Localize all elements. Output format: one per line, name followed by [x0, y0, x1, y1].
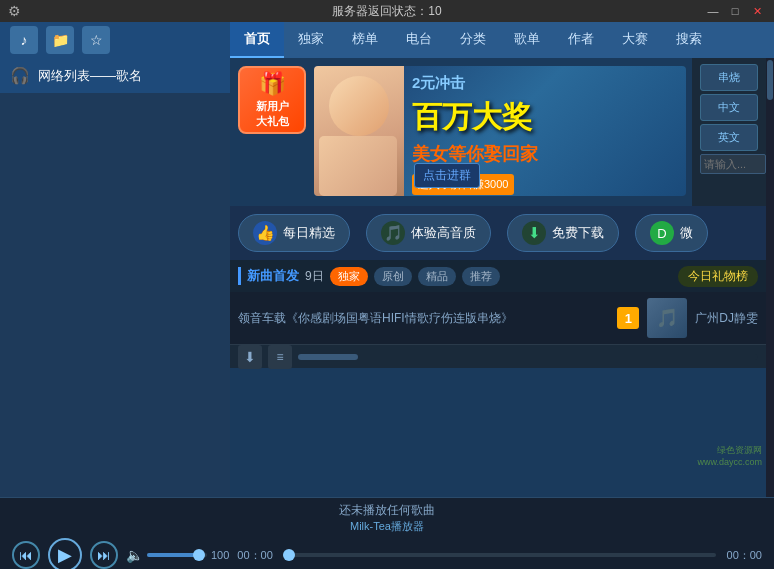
strip-btn-mix[interactable]: 串烧	[700, 64, 758, 91]
ad-small-text: 2元冲击	[412, 74, 678, 93]
tab-charts[interactable]: 榜单	[338, 22, 392, 58]
song-preview-text[interactable]: 领音车载《你感剧场国粤语HIFI情歌疗伤连版串烧》	[238, 310, 609, 327]
nav-tabs: 首页 独家 榜单 电台 分类 歌单 作者 大赛 搜索	[230, 22, 774, 58]
feature-row: 👍 每日精选 🎵 体验高音质 ⬇ 免费下载 D 微	[230, 206, 766, 260]
tab-artist[interactable]: 作者	[554, 22, 608, 58]
now-playing-text: 还未播放任何歌曲	[0, 502, 774, 519]
ad-big-text: 百万大奖	[412, 97, 678, 138]
progress-section: 00：00 00：00	[237, 548, 762, 563]
date-badge: 9日	[305, 268, 324, 285]
app-container: ♪ 📁 ☆ 首页 独家 榜单 电台 分类 歌单 作者 大赛 搜索 🎧 网络列表—…	[0, 22, 774, 569]
content-area: 🎧 网络列表——歌名 🎁 新用户 大礼包	[0, 58, 774, 497]
feature-btn-download[interactable]: ⬇ 免费下载	[507, 214, 619, 252]
tab-playlist[interactable]: 歌单	[500, 22, 554, 58]
nav-left-section: ♪ 📁 ☆	[0, 22, 230, 58]
watermark-line1: 绿色资源网	[697, 444, 762, 457]
player-name: Milk-Tea播放器	[0, 519, 774, 534]
feature-btn-daily[interactable]: 👍 每日精选	[238, 214, 350, 252]
window-controls: — □ ✕	[704, 4, 766, 18]
right-scrollbar[interactable]	[766, 58, 774, 497]
ad-banner[interactable]: 2元冲击 百万大奖 美女等你娶回家 点击进群 进入了解日赚3000 广告	[314, 66, 686, 196]
strip-btn-chinese[interactable]: 中文	[700, 94, 758, 121]
quality-label: 体验高音质	[411, 224, 476, 242]
time-right: 00：00	[722, 548, 762, 563]
volume-value: 100	[211, 549, 229, 561]
nav-icon-notes[interactable]: ♪	[10, 26, 38, 54]
sidebar-body	[0, 93, 230, 497]
ad-text-area: 2元冲击 百万大奖 美女等你娶回家 点击进群 进入了解日赚3000 广告	[404, 66, 686, 196]
rank-badge: 1	[617, 307, 639, 329]
tab-home[interactable]: 首页	[230, 22, 284, 58]
tag-original[interactable]: 原创	[374, 267, 412, 286]
tag-quality[interactable]: 精品	[418, 267, 456, 286]
song-thumbnail: 🎵	[647, 298, 687, 338]
watermark-line2: www.daycc.com	[697, 456, 762, 469]
player-info: 还未播放任何歌曲 Milk-Tea播放器	[0, 498, 774, 534]
right-strip: 串烧 中文 英文	[692, 58, 766, 206]
new-songs-label: 新曲首发	[238, 267, 299, 285]
volume-icon: 🔈	[126, 547, 143, 563]
daily-icon: 👍	[253, 221, 277, 245]
new-user-line1: 新用户	[256, 99, 289, 114]
prev-button[interactable]: ⏮	[12, 541, 40, 569]
nav-icon-folder[interactable]: 📁	[46, 26, 74, 54]
volume-section: 🔈 100	[126, 547, 229, 563]
download-icon: ⬇	[522, 221, 546, 245]
banner-section: 🎁 新用户 大礼包 2元冲击 百万大奖 美女等你娶回家	[230, 58, 766, 206]
bottom-scroll-bar: ⬇ ≡	[230, 344, 766, 368]
tab-search[interactable]: 搜索	[662, 22, 716, 58]
today-gift-label[interactable]: 今日礼物榜	[678, 266, 758, 287]
tag-recommend[interactable]: 推荐	[462, 267, 500, 286]
player-controls: ⏮ ▶ ⏭ 🔈 100 00：00 00：00	[0, 534, 774, 569]
tag-exclusive[interactable]: 独家	[330, 267, 368, 286]
strip-search-input[interactable]	[700, 154, 766, 174]
sidebar-header: 🎧 网络列表——歌名	[0, 58, 230, 93]
strip-btn-english[interactable]: 英文	[700, 124, 758, 151]
new-user-line2: 大礼包	[256, 114, 289, 129]
progress-track[interactable]	[283, 553, 716, 557]
new-user-badge[interactable]: 🎁 新用户 大礼包	[238, 66, 306, 134]
song-preview-row: 领音车载《你感剧场国粤语HIFI情歌疗伤连版串烧》 1 🎵 广州DJ静雯	[230, 292, 766, 344]
tab-radio[interactable]: 电台	[392, 22, 446, 58]
daily-label: 每日精选	[283, 224, 335, 242]
tab-contest[interactable]: 大赛	[608, 22, 662, 58]
top-nav: ♪ 📁 ☆ 首页 独家 榜单 电台 分类 歌单 作者 大赛 搜索	[0, 22, 774, 58]
minimize-button[interactable]: —	[704, 4, 722, 18]
headphone-icon: 🎧	[10, 66, 30, 85]
download-queue-button[interactable]: ⬇	[238, 345, 262, 369]
player-bar: 还未播放任何歌曲 Milk-Tea播放器 ⏮ ▶ ⏭ 🔈 100 00：00 0…	[0, 497, 774, 569]
quality-icon: 🎵	[381, 221, 405, 245]
title-bar-text: 服务器返回状态：10	[332, 3, 441, 20]
time-left: 00：00	[237, 548, 277, 563]
title-bar: ⚙ 服务器返回状态：10 — □ ✕	[0, 0, 774, 22]
dj-label: 广州DJ静雯	[695, 310, 758, 327]
new-songs-bar: 新曲首发 9日 独家 原创 精品 推荐 今日礼物榜	[230, 260, 766, 292]
sidebar: 🎧 网络列表——歌名	[0, 58, 230, 497]
wechat-icon: D	[650, 221, 674, 245]
wechat-label: 微	[680, 224, 693, 242]
gift-icon: 🎁	[259, 71, 286, 97]
sidebar-title: 网络列表——歌名	[38, 67, 142, 85]
feature-btn-wechat[interactable]: D 微	[635, 214, 708, 252]
main-content: 🎁 新用户 大礼包 2元冲击 百万大奖 美女等你娶回家	[230, 58, 766, 497]
title-bar-settings[interactable]: ⚙	[8, 3, 24, 19]
close-button[interactable]: ✕	[748, 4, 766, 18]
download-label: 免费下载	[552, 224, 604, 242]
watermark: 绿色资源网 www.daycc.com	[697, 444, 762, 469]
tab-category[interactable]: 分类	[446, 22, 500, 58]
next-button[interactable]: ⏭	[90, 541, 118, 569]
ad-person-image	[314, 66, 404, 196]
playlist-button[interactable]: ≡	[268, 345, 292, 369]
volume-track[interactable]	[147, 553, 207, 557]
nav-icon-star[interactable]: ☆	[82, 26, 110, 54]
play-button[interactable]: ▶	[48, 538, 82, 569]
ad-cta-button[interactable]: 点击进群	[414, 163, 480, 188]
maximize-button[interactable]: □	[726, 4, 744, 18]
horizontal-scrollbar[interactable]	[298, 354, 758, 360]
ad-banner-content: 2元冲击 百万大奖 美女等你娶回家 点击进群 进入了解日赚3000 广告	[314, 66, 686, 196]
feature-btn-quality[interactable]: 🎵 体验高音质	[366, 214, 491, 252]
tab-exclusive[interactable]: 独家	[284, 22, 338, 58]
